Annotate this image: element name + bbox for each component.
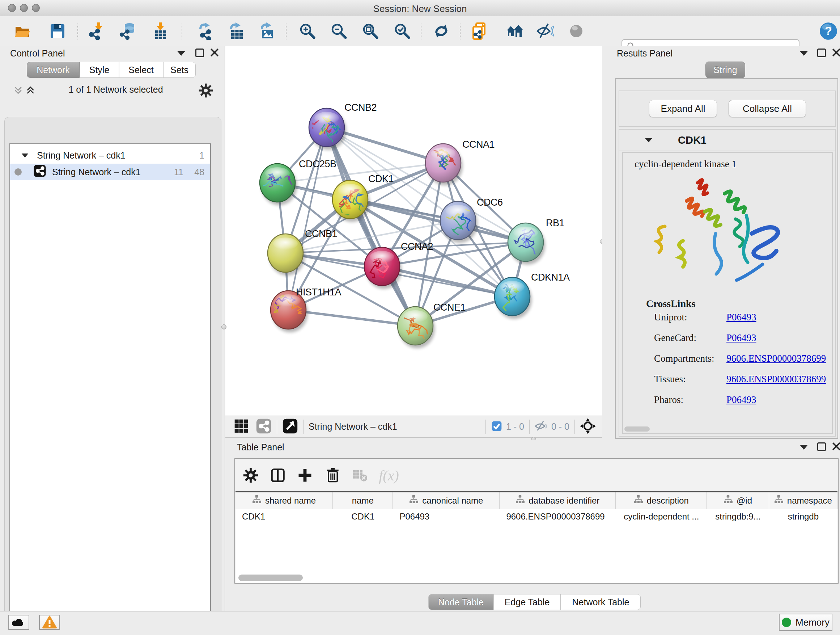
clone-network-icon[interactable] <box>470 21 490 41</box>
crosslink-label: Pharos: <box>654 394 726 405</box>
node-label-CDC25B: CDC25B <box>299 158 336 169</box>
grid-view-icon[interactable] <box>233 418 249 435</box>
hidden-eye-icon[interactable] <box>535 420 548 434</box>
save-session-icon[interactable] <box>47 21 68 41</box>
tab-node-table[interactable]: Node Table <box>428 594 493 610</box>
crosslink-value-link[interactable]: P06493 <box>726 312 756 323</box>
selected-checkbox-icon[interactable] <box>491 420 502 433</box>
results-panel-float-icon[interactable] <box>800 51 808 56</box>
import-database-icon[interactable] <box>118 21 138 41</box>
crosslink-value-link[interactable]: P06493 <box>726 394 756 405</box>
table-rows: CDK1CDK1P064939606.ENSP00000378699cyclin… <box>235 509 837 524</box>
gene-collapse-icon[interactable] <box>645 138 652 142</box>
tab-network[interactable]: Network <box>27 62 80 78</box>
split-columns-icon[interactable] <box>268 466 287 485</box>
tab-select[interactable]: Select <box>119 62 163 78</box>
crosslink-value-link[interactable]: 9606.ENSP00000378699 <box>726 374 826 385</box>
help-button[interactable]: ? <box>818 21 838 41</box>
tab-string[interactable]: String <box>706 62 745 78</box>
network-options-gear-icon[interactable] <box>198 83 213 100</box>
birdseye-view-icon[interactable] <box>282 418 298 435</box>
current-network-title: String Network – cdk1 <box>309 421 397 432</box>
import-table-icon[interactable] <box>151 21 171 41</box>
column-header-database-identifier[interactable]: database identifier <box>500 492 616 509</box>
results-panel-undock-icon[interactable] <box>817 49 826 57</box>
crosslink-value-link[interactable]: 9606.ENSP00000378699 <box>726 353 826 364</box>
expand-all-networks-icon[interactable] <box>25 85 38 99</box>
network-row[interactable]: String Network – cdk1 11 48 <box>10 164 210 180</box>
collapse-all-networks-icon[interactable] <box>13 85 25 99</box>
table-panel-float-icon[interactable] <box>800 445 808 450</box>
expand-all-button[interactable]: Expand All <box>649 100 717 117</box>
zoom-out-icon[interactable] <box>329 21 349 41</box>
crosslink-value-link[interactable]: P06493 <box>726 333 756 344</box>
column-header-canonical-name[interactable]: canonical name <box>393 492 500 509</box>
warnings-button[interactable] <box>39 615 60 630</box>
node-label-CCNB2: CCNB2 <box>344 102 377 113</box>
toolbar-separator <box>460 24 461 40</box>
collapse-all-button[interactable]: Collapse All <box>729 100 806 117</box>
show-all-icon[interactable] <box>566 21 586 41</box>
memory-button[interactable]: Memory <box>779 614 832 631</box>
crosslink-row: Uniprot: P06493 <box>654 312 832 323</box>
table-cell: CDK1 <box>333 509 393 524</box>
table-hscrollbar[interactable] <box>238 575 303 581</box>
delete-table-icon <box>351 466 369 485</box>
table-cell: stringdb <box>769 509 837 524</box>
delete-column-icon[interactable] <box>324 466 342 485</box>
node-label-CCNA2: CCNA2 <box>401 241 433 252</box>
zoom-in-icon[interactable] <box>297 21 317 41</box>
collection-collapse-icon[interactable] <box>22 153 28 157</box>
crosslink-label: Compartments: <box>654 353 726 364</box>
cloud-button[interactable] <box>8 615 29 630</box>
export-table-icon[interactable] <box>227 21 247 41</box>
table-cell: stringdb:9... <box>707 509 769 524</box>
column-header-description[interactable]: description <box>616 492 707 509</box>
hide-selected-icon[interactable] <box>535 21 555 41</box>
tab-sets[interactable]: Sets <box>163 62 196 78</box>
left-splitter-handle[interactable] <box>221 325 226 329</box>
control-panel-close-icon[interactable] <box>210 48 219 59</box>
node-label-CCNA1: CCNA1 <box>462 139 494 150</box>
export-image-icon[interactable] <box>257 21 278 41</box>
add-column-icon[interactable] <box>295 466 314 485</box>
tab-edge-table[interactable]: Edge Table <box>493 594 561 610</box>
network-collection-row[interactable]: String Network – cdk1 1 <box>10 147 210 164</box>
column-header-@id[interactable]: @id <box>707 492 769 509</box>
export-network-icon[interactable] <box>196 21 216 41</box>
selected-count: 1 - 0 <box>506 421 524 432</box>
table-row[interactable]: CDK1CDK1P064939606.ENSP00000378699cyclin… <box>235 509 837 524</box>
first-neighbors-icon[interactable] <box>505 21 525 41</box>
column-header-namespace[interactable]: namespace <box>769 492 837 509</box>
control-panel-float-icon[interactable] <box>177 51 185 56</box>
column-header-name[interactable]: name <box>333 492 393 509</box>
node-table: shared namenamecanonical namedatabase id… <box>235 491 837 583</box>
crosslink-row: Tissues: 9606.ENSP00000378699 <box>654 374 832 385</box>
gene-name: CDK1 <box>678 134 706 146</box>
open-session-icon[interactable] <box>12 21 33 41</box>
network-edge-count: 48 <box>194 167 204 177</box>
zoom-fit-icon[interactable] <box>360 21 381 41</box>
results-hscrollbar[interactable] <box>624 426 650 432</box>
fit-content-crosshair-icon[interactable] <box>580 418 596 435</box>
memory-status-dot <box>782 618 791 627</box>
hidden-count: 0 - 0 <box>551 421 569 432</box>
gene-header-row[interactable]: CDK1 <box>619 130 835 151</box>
tab-network-table[interactable]: Network Table <box>561 594 641 610</box>
import-network-icon[interactable] <box>87 21 107 41</box>
refresh-icon[interactable] <box>431 21 452 41</box>
network-row-label: String Network – cdk1 <box>52 167 141 177</box>
zoom-selected-icon[interactable] <box>392 21 412 41</box>
gene-detail-box: cyclin-dependent kinase 1 CrossLinks Uni… <box>622 152 833 434</box>
network-selection-status: 1 of 1 Network selected <box>43 84 188 95</box>
network-canvas[interactable]: CCNB2 CCNA1 CDC25B CDK1 CDC6 <box>225 46 602 416</box>
table-settings-icon[interactable] <box>241 466 260 485</box>
toolbar-separator <box>77 24 78 40</box>
tab-style[interactable]: Style <box>80 62 119 78</box>
table-panel-close-icon[interactable] <box>832 442 840 453</box>
column-header-shared-name[interactable]: shared name <box>235 492 333 509</box>
table-panel-undock-icon[interactable] <box>817 442 826 451</box>
results-panel-close-icon[interactable] <box>832 48 840 59</box>
network-share-icon[interactable] <box>256 418 272 435</box>
control-panel-undock-icon[interactable] <box>195 49 204 57</box>
